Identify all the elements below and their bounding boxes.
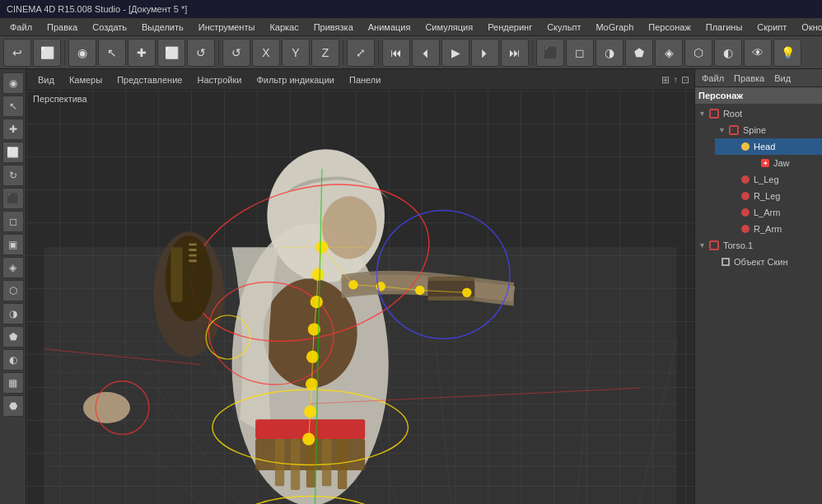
toolbar-btn-select[interactable]: ↖ [98,39,126,67]
tree-icon-r_arm [741,225,750,233]
toolbar-btn-move[interactable]: ✚ [128,39,156,67]
menu-item-выделить[interactable]: Выделить [135,21,190,34]
tree-label-torso1: Torso.1 [723,240,753,250]
toolbar-btn-cube[interactable]: ⬛ [536,39,564,67]
left-btn-null[interactable]: ◻ [2,211,24,232]
object-tree[interactable]: ▼Root▼SpineHead✦JawL_LegR_LegL_ArmR_Arm▼… [695,104,822,504]
svg-rect-67 [170,247,182,302]
toolbar-btn-model[interactable]: ◉ [68,39,96,67]
toolbar-btn-undo[interactable]: ↩ [3,39,31,67]
titlebar-text: CINEMA 4D R15.008 Studio - [Документ 5 *… [7,4,187,14]
rp-menu-view[interactable]: Вид [771,72,794,84]
main-layout: ◉↖✚⬜↻⬛◻▣◈⬡◑⬟◐▦⬣ Вид Камеры Представление… [0,69,822,504]
perspective-label: Перспектива [33,94,87,104]
vp-menu-panels[interactable]: Панели [343,73,387,86]
menu-item-анимация[interactable]: Анимация [362,21,418,34]
toolbar-btn-poly[interactable]: ⬟ [625,39,653,67]
left-btn-scale[interactable]: ⬜ [2,142,24,163]
left-btn-light[interactable]: ◐ [2,349,24,371]
left-btn-tag[interactable]: ⬣ [2,395,24,417]
menu-item-инструменты[interactable]: Инструменты [192,21,262,34]
vp-icon-2[interactable]: ↑ [673,74,678,86]
rp-menu-file[interactable]: Файл [698,72,727,84]
tree-item-spine[interactable]: ▼Spine [705,122,822,138]
tree-icon-l_arm [741,208,750,217]
toolbar-btn-play[interactable]: ▶ [441,39,469,67]
menu-item-плагины[interactable]: Плагины [699,21,750,34]
toolbar-btn-z-axis[interactable]: Z [311,39,339,67]
vp-menu-view[interactable]: Вид [31,73,61,86]
toolbar-btn-scale[interactable]: ⬜ [157,39,185,67]
toolbar-btn-y-axis[interactable]: Y [282,39,310,67]
left-btn-grid[interactable]: ▣ [2,234,24,255]
toolbar-btn-sphere[interactable]: ◑ [595,39,624,67]
tree-item-l_leg[interactable]: L_Leg [715,171,822,188]
tree-item-head[interactable]: Head [715,138,822,155]
vp-menu-cameras[interactable]: Камеры [63,73,109,86]
toolbar-btn-x-axis[interactable]: X [252,39,280,67]
toolbar-btn-next[interactable]: ⏵ [471,39,499,67]
menu-item-создать[interactable]: Создать [86,21,133,34]
vp-icon-1[interactable]: ⊞ [661,74,670,86]
toolbar-btn-new[interactable]: ⬜ [33,39,61,67]
menu-item-привязка[interactable]: Привязка [307,21,360,34]
tree-icon-head [741,142,750,151]
svg-point-17 [322,196,377,259]
toolbar-btn-last[interactable]: ⏭ [501,39,529,67]
left-btn-sweep[interactable]: ⬡ [2,280,24,301]
toolbar-btn-prev[interactable]: ⏴ [412,39,440,67]
toolbar-btn-light[interactable]: 💡 [773,39,801,67]
left-btn-cube[interactable]: ⬛ [2,188,24,209]
menu-item-правка[interactable]: Правка [40,21,84,34]
svg-rect-26 [306,439,315,488]
menu-item-каркас[interactable]: Каркас [263,21,305,34]
left-btn-select[interactable]: ↖ [2,96,24,117]
left-btn-camera[interactable]: ⬟ [2,326,24,348]
rp-menu-edit[interactable]: Правка [731,72,768,84]
scene-canvas[interactable] [26,91,694,504]
left-btn-move[interactable]: ✚ [2,119,24,140]
viewport[interactable]: Вид Камеры Представление Настройки Фильт… [26,69,694,504]
left-panel: ◉↖✚⬜↻⬛◻▣◈⬡◑⬟◐▦⬣ [0,69,26,504]
tree-icon-jaw: ✦ [761,159,769,167]
tree-item-torso1[interactable]: ▼Torso.1 [695,237,822,254]
toolbar-btn-rot1[interactable]: ↺ [187,39,215,67]
tree-item-r_arm[interactable]: R_Arm [715,221,822,237]
menubar: ФайлПравкаСоздатьВыделитьИнструментыКарк… [0,18,822,36]
left-btn-material[interactable]: ▦ [2,372,24,394]
menu-item-рендеринг[interactable]: Рендеринг [481,21,539,34]
tree-item-l_arm[interactable]: L_Arm [715,204,822,221]
toolbar-separator [343,40,343,65]
tree-item-skin[interactable]: Объект Скин [705,254,822,270]
left-btn-spline[interactable]: ◈ [2,257,24,278]
vp-menu-settings[interactable]: Настройки [190,73,248,86]
menu-item-окно[interactable]: Окно [795,21,822,34]
left-btn-sphere[interactable]: ◑ [2,303,24,324]
tree-icon-torso1 [709,240,719,250]
menu-item-персонаж[interactable]: Персонаж [642,21,697,34]
menu-item-скрипт[interactable]: Скрипт [750,21,793,34]
toolbar-btn-first[interactable]: ⏮ [382,39,410,67]
tree-item-r_leg[interactable]: R_Leg [715,188,822,204]
left-btn-rotate[interactable]: ↻ [2,165,24,186]
toolbar-btn-rot2[interactable]: ↺ [222,39,250,67]
toolbar-btn-spline[interactable]: ◈ [655,39,683,67]
menu-item-симуляция[interactable]: Симуляция [418,21,479,34]
tree-icon-l_leg [741,175,750,184]
toolbar-btn-camera[interactable]: 👁 [744,39,772,67]
toolbar-btn-deformer[interactable]: ◐ [714,39,742,67]
vp-menu-representation[interactable]: Представление [110,73,189,86]
vp-icon-3[interactable]: ⊡ [681,74,689,86]
tree-item-jaw[interactable]: ✦Jaw [725,155,822,171]
toolbar-btn-modifier[interactable]: ⬡ [684,39,712,67]
vp-menu-filter[interactable]: Фильтр индикации [250,73,341,86]
right-panel-toolbar: Файл Правка Вид [695,69,822,87]
menu-item-файл[interactable]: Файл [3,21,39,34]
toolbar-btn-snap[interactable]: ⤢ [347,39,375,67]
menu-item-mograph[interactable]: MoGraph [589,21,640,34]
menu-item-скульпт[interactable]: Скульпт [540,21,587,34]
left-btn-model[interactable]: ◉ [2,72,24,94]
tree-item-root[interactable]: ▼Root [695,105,822,122]
toolbar-btn-plane[interactable]: ◻ [566,39,594,67]
toolbar: ↩⬜◉↖✚⬜↺↺XYZ⤢⏮⏴▶⏵⏭⬛◻◑⬟◈⬡◐👁💡 [0,36,822,69]
